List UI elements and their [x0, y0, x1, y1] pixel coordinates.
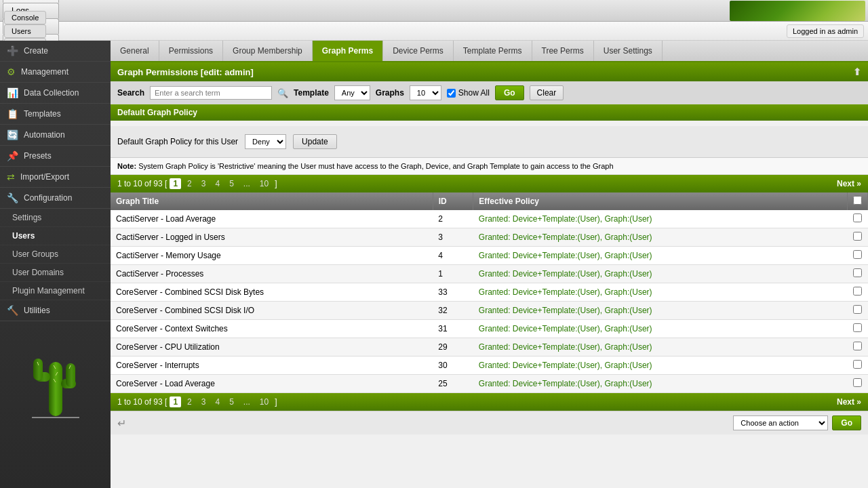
- page-2[interactable]: 2: [184, 178, 195, 189]
- bottom-page-3[interactable]: 3: [198, 396, 210, 407]
- cell-policy: Granted: Device+Template:(User), Graph:(…: [473, 320, 848, 338]
- tab-graph-perms[interactable]: Graph Perms: [313, 41, 383, 61]
- sidebar-icon: 📌: [7, 150, 18, 161]
- cell-checkbox[interactable]: [848, 247, 868, 265]
- tab-group-membership[interactable]: Group Membership: [223, 41, 313, 61]
- search-input[interactable]: [150, 86, 272, 100]
- row-checkbox[interactable]: [853, 268, 862, 277]
- tab-permissions[interactable]: Permissions: [159, 41, 223, 61]
- cell-checkbox[interactable]: [848, 320, 868, 338]
- tab-tree-perms[interactable]: Tree Perms: [532, 41, 594, 61]
- cell-id: 3: [433, 228, 473, 247]
- sidebar-item-automation[interactable]: 🔄Automation: [0, 125, 111, 146]
- sidebar-item-configuration[interactable]: 🔧Configuration: [0, 188, 111, 209]
- th-select-all[interactable]: [848, 192, 868, 210]
- row-checkbox[interactable]: [853, 305, 862, 314]
- sidebar-item-management[interactable]: ⚙Management: [0, 62, 111, 83]
- row-checkbox[interactable]: [853, 323, 862, 332]
- sidebar-plain-users[interactable]: Users: [0, 227, 111, 245]
- row-checkbox[interactable]: [853, 232, 862, 241]
- cell-checkbox[interactable]: [848, 302, 868, 320]
- row-checkbox[interactable]: [853, 378, 862, 387]
- page-4[interactable]: 4: [212, 178, 223, 189]
- sidebar-icon: 🔄: [7, 129, 18, 140]
- row-checkbox[interactable]: [853, 250, 862, 259]
- search-button[interactable]: 🔍: [277, 88, 288, 98]
- action-go-button[interactable]: Go: [832, 415, 861, 430]
- bottom-page-4[interactable]: 4: [212, 396, 223, 407]
- svg-rect-4: [66, 363, 75, 387]
- cell-graph-title: CactiServer - Load Average: [111, 210, 433, 228]
- th-effective-policy: Effective Policy: [473, 192, 848, 210]
- sidebar-plain-user-groups[interactable]: User Groups: [0, 245, 111, 264]
- bottom-page-5[interactable]: 5: [226, 396, 237, 407]
- bottom-page-10[interactable]: 10: [256, 396, 272, 407]
- row-checkbox[interactable]: [853, 287, 862, 296]
- bottom-page-2[interactable]: 2: [184, 396, 195, 407]
- page-1[interactable]: 1: [170, 178, 181, 189]
- bottom-next-button[interactable]: Next »: [837, 397, 861, 407]
- sidebar-icon: ➕: [7, 45, 18, 56]
- tab-template-perms[interactable]: Template Perms: [454, 41, 532, 61]
- logged-in-label: Logged in as admin: [787, 24, 864, 38]
- sidebar-item-presets[interactable]: 📌Presets: [0, 146, 111, 167]
- cell-checkbox[interactable]: [848, 228, 868, 247]
- row-checkbox[interactable]: [853, 214, 862, 222]
- sidebar-plain-settings[interactable]: Settings: [0, 209, 111, 227]
- cell-id: 32: [433, 302, 473, 320]
- th-id: ID: [433, 192, 473, 210]
- sidebar-label: Templates: [24, 109, 61, 119]
- update-button[interactable]: Update: [293, 134, 337, 149]
- cell-checkbox[interactable]: [848, 210, 868, 228]
- show-all-checkbox[interactable]: [447, 89, 456, 98]
- row-checkbox[interactable]: [853, 360, 862, 369]
- sidebar-item-create[interactable]: ➕Create: [0, 41, 111, 62]
- sidebar-item-data-collection[interactable]: 📊Data Collection: [0, 83, 111, 104]
- table-row: CactiServer - Processes 1 Granted: Devic…: [111, 265, 868, 283]
- utilities-icon: 🔨: [7, 305, 18, 316]
- sidebar-plain-plugin-management[interactable]: Plugin Management: [0, 282, 111, 300]
- page-10[interactable]: 10: [256, 178, 272, 189]
- cell-policy: Granted: Device+Template:(User), Graph:(…: [473, 375, 848, 393]
- breadcrumb-item-console[interactable]: Console: [4, 11, 46, 24]
- sidebar-plain-user-domains[interactable]: User Domains: [0, 264, 111, 282]
- table-row: CoreServer - Combined SCSI Disk Bytes 33…: [111, 283, 868, 302]
- template-select[interactable]: Any: [334, 85, 370, 100]
- next-button[interactable]: Next »: [837, 179, 861, 188]
- cell-checkbox[interactable]: [848, 283, 868, 302]
- policy-select[interactable]: Deny Allow: [245, 134, 286, 149]
- bottom-pagination-suffix: ]: [275, 397, 277, 407]
- table-row: CoreServer - Interrupts 30 Granted: Devi…: [111, 357, 868, 375]
- search-go-button[interactable]: Go: [495, 85, 524, 100]
- search-label: Search: [117, 88, 144, 98]
- tab-device-perms[interactable]: Device Perms: [383, 41, 454, 61]
- cell-checkbox[interactable]: [848, 338, 868, 357]
- select-all-checkbox[interactable]: [853, 196, 862, 205]
- sidebar-item-templates[interactable]: 📋Templates: [0, 104, 111, 125]
- sidebar-utilities-item[interactable]: 🔨Utilities: [0, 300, 111, 321]
- page-3[interactable]: 3: [198, 178, 210, 189]
- cell-graph-title: CoreServer - CPU Utilization: [111, 338, 433, 357]
- cell-checkbox[interactable]: [848, 265, 868, 283]
- table-row: CactiServer - Load Average 2 Granted: De…: [111, 210, 868, 228]
- bottom-page-1[interactable]: 1: [170, 396, 181, 407]
- row-checkbox[interactable]: [853, 342, 862, 350]
- tab-user-settings[interactable]: User Settings: [594, 41, 663, 61]
- collapse-icon[interactable]: ⬆: [853, 66, 861, 77]
- sidebar-icon: 🔧: [7, 192, 18, 203]
- sidebar-item-import-export[interactable]: ⇄Import/Export: [0, 167, 111, 188]
- cell-id: 31: [433, 320, 473, 338]
- cell-graph-title: CoreServer - Context Switches: [111, 320, 433, 338]
- cell-checkbox[interactable]: [848, 357, 868, 375]
- cell-checkbox[interactable]: [848, 375, 868, 393]
- page-dots: ...: [240, 178, 254, 189]
- breadcrumb-item-users[interactable]: Users: [4, 24, 46, 38]
- graphs-count-select[interactable]: 10 20 30 50: [410, 85, 441, 100]
- clear-button[interactable]: Clear: [530, 85, 564, 100]
- sidebar-utilities: 🔨Utilities: [0, 300, 111, 321]
- bottom-pagination-info: 1 to 10 of 93 [ 1 2 3 4 5 ... 10 ]: [117, 396, 277, 407]
- action-select[interactable]: Choose an action: [733, 415, 828, 430]
- cactus-image: [25, 335, 86, 423]
- page-5[interactable]: 5: [226, 178, 237, 189]
- tab-general[interactable]: General: [111, 41, 159, 61]
